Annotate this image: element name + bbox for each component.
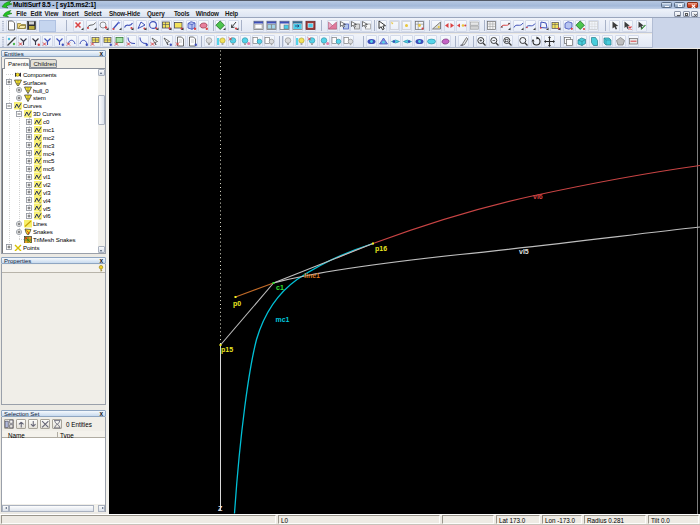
- svg-text:Z: Z: [218, 505, 223, 512]
- svg-text:p15: p15: [221, 346, 233, 354]
- svg-text:p0: p0: [233, 299, 241, 307]
- svg-text:c1: c1: [276, 284, 284, 291]
- svg-text:line1: line1: [304, 271, 320, 278]
- svg-text:vl6: vl6: [533, 193, 543, 200]
- svg-text:vl5: vl5: [519, 248, 529, 255]
- svg-text:mc1: mc1: [276, 316, 290, 323]
- svg-text:p16: p16: [375, 244, 387, 252]
